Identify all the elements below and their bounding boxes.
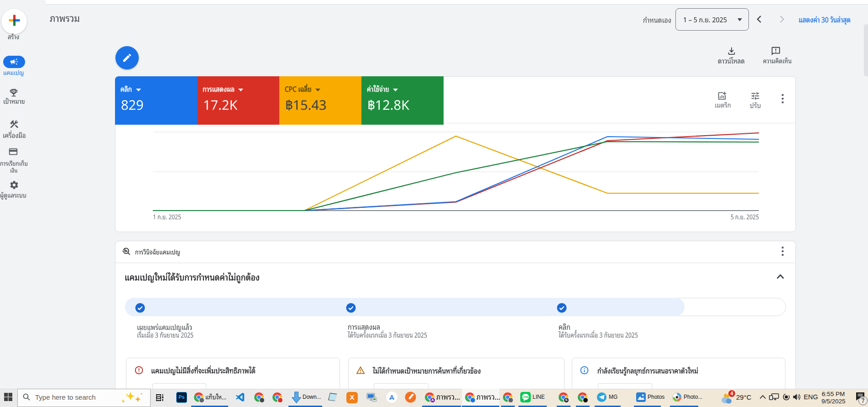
svg-text:A: A [389,394,394,401]
svg-text:LINE: LINE [522,395,528,398]
